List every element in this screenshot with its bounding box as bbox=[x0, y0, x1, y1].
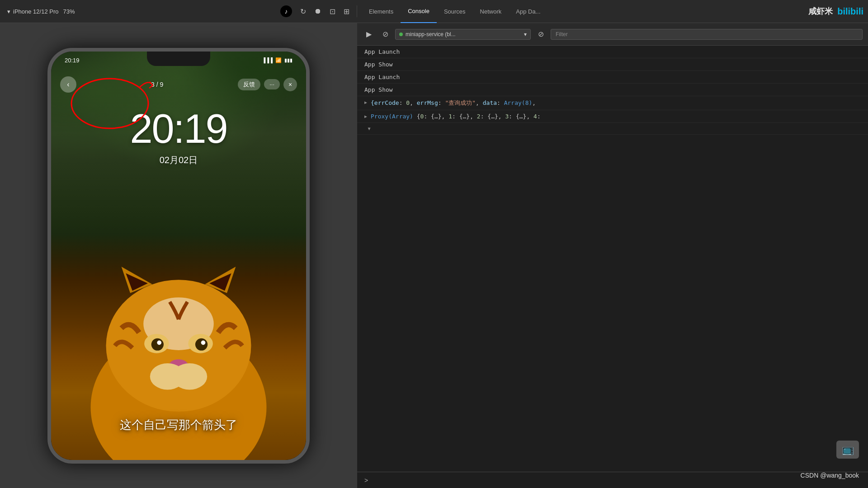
signal-icon: ▐▐▐ bbox=[262, 57, 273, 63]
context-label: miniapp-service (bl... bbox=[406, 31, 456, 38]
phone-frame: 20:19 ▐▐▐ 📶 ▮▮▮ ‹ 3 / 9 bbox=[47, 48, 310, 464]
status-time: 20:19 bbox=[65, 57, 80, 64]
console-line-3: App Launch bbox=[357, 71, 868, 84]
layout-icon[interactable]: ⊞ bbox=[344, 7, 349, 16]
phone-screen: 20:19 ▐▐▐ 📶 ▮▮▮ ‹ 3 / 9 bbox=[51, 52, 306, 460]
play-button[interactable]: ▶ bbox=[363, 28, 375, 41]
tab-elements[interactable]: Elements bbox=[362, 0, 401, 23]
svg-point-11 bbox=[172, 363, 207, 389]
tab-sources[interactable]: Sources bbox=[437, 0, 473, 23]
filter-input[interactable] bbox=[551, 29, 863, 40]
console-text-4: App Show bbox=[364, 86, 861, 93]
devtools-panel: ▶ ⊘ miniapp-service (bl... ▾ ⊘ App Launc… bbox=[357, 23, 868, 488]
console-line-2: App Show bbox=[357, 58, 868, 71]
phone-top-overlay: ‹ 3 / 9 反馈 ··· × bbox=[60, 76, 297, 93]
tab-console[interactable]: Console bbox=[401, 0, 437, 23]
device-name: iPhone 12/12 Pro bbox=[13, 8, 58, 15]
console-text-5: {errCode: 0, errMsg: "查询成功", data: Array… bbox=[371, 99, 861, 107]
pagination-indicator: 3 / 9 bbox=[151, 81, 163, 88]
more-button[interactable]: ··· bbox=[264, 79, 280, 89]
context-selector[interactable]: miniapp-service (bl... ▾ bbox=[395, 29, 531, 40]
watermark-text1: 咸虾米 bbox=[808, 6, 833, 17]
console-line-6[interactable]: ▶ Proxy(Array) {0: {…}, 1: {…}, 2: {…}, … bbox=[357, 110, 868, 123]
expand-arrow-6: ▶ bbox=[364, 114, 367, 119]
main-content: 20:19 ▐▐▐ 📶 ▮▮▮ ‹ 3 / 9 bbox=[0, 23, 868, 488]
stop-button[interactable]: ⊘ bbox=[379, 28, 392, 41]
svg-point-6 bbox=[195, 338, 208, 350]
refresh-icon[interactable]: ↻ bbox=[300, 7, 306, 16]
nav-back-button[interactable]: ‹ bbox=[60, 76, 76, 93]
expand-arrow-7: ▶ bbox=[367, 127, 372, 130]
tiktok-icon[interactable]: ♪ bbox=[280, 5, 292, 17]
top-bar: ▾ iPhone 12/12 Pro 73% ♪ ↻ ⏺ ⊡ ⊞ Element… bbox=[0, 0, 868, 23]
expand-arrow-5: ▶ bbox=[364, 100, 367, 105]
record-icon[interactable]: ⏺ bbox=[314, 7, 321, 15]
csdn-watermark: CSDN @wang_book bbox=[801, 472, 859, 479]
console-output: App Launch App Show App Launch App Show bbox=[357, 46, 868, 472]
phone-time-display: 20:19 02月02日 bbox=[130, 106, 227, 166]
screenshot-icon[interactable]: ⊡ bbox=[330, 7, 335, 16]
bilibili-tv-icon: 📺 bbox=[836, 441, 859, 459]
phone-notch bbox=[147, 52, 210, 66]
wifi-icon: 📶 bbox=[275, 57, 282, 63]
device-selector[interactable]: ▾ iPhone 12/12 Pro bbox=[7, 8, 58, 15]
phone-time-date: 02月02日 bbox=[130, 154, 227, 166]
battery-icon: ▮▮▮ bbox=[284, 57, 292, 63]
bilibili-logo: bilibili bbox=[837, 6, 863, 17]
feedback-button[interactable]: 反馈 bbox=[238, 79, 260, 90]
devtools-toolbar: ▶ ⊘ miniapp-service (bl... ▾ ⊘ bbox=[357, 23, 868, 46]
svg-point-8 bbox=[201, 340, 206, 345]
tab-appda[interactable]: App Da... bbox=[509, 0, 547, 23]
console-line-7[interactable]: ▶ bbox=[357, 123, 868, 135]
top-right-controls: 反馈 ··· × bbox=[238, 78, 297, 91]
close-button[interactable]: × bbox=[283, 78, 297, 91]
context-status-dot bbox=[399, 33, 403, 36]
console-text-1: App Launch bbox=[364, 48, 861, 55]
chevron-down-icon: ▾ bbox=[7, 8, 10, 15]
toolbar-icons: ♪ ↻ ⏺ ⊡ ⊞ bbox=[280, 5, 349, 17]
phone-time-large: 20:19 bbox=[130, 106, 227, 152]
context-chevron-icon: ▾ bbox=[524, 31, 527, 38]
devtools-tabs: Elements Console Sources Network App Da.… bbox=[357, 0, 868, 23]
console-line-1: App Launch bbox=[357, 46, 868, 58]
battery-percent: 73% bbox=[63, 8, 75, 15]
console-line-5[interactable]: ▶ {errCode: 0, errMsg: "查询成功", data: Arr… bbox=[357, 96, 868, 110]
tab-network[interactable]: Network bbox=[473, 0, 509, 23]
phone-panel: 20:19 ▐▐▐ 📶 ▮▮▮ ‹ 3 / 9 bbox=[0, 23, 357, 488]
watermark-area: 咸虾米 bilibili bbox=[808, 6, 868, 17]
svg-point-5 bbox=[151, 338, 164, 350]
input-prompt: > bbox=[364, 477, 368, 484]
device-toolbar: ▾ iPhone 12/12 Pro 73% ♪ ↻ ⏺ ⊡ ⊞ bbox=[0, 5, 357, 17]
console-text-3: App Launch bbox=[364, 74, 861, 80]
clear-console-icon[interactable]: ⊘ bbox=[534, 28, 547, 41]
console-input[interactable] bbox=[372, 477, 861, 483]
svg-point-7 bbox=[157, 340, 161, 345]
phone-subtitle: 这个自己写那个箭头了 bbox=[120, 417, 237, 433]
console-line-4: App Show bbox=[357, 84, 868, 96]
console-text-2: App Show bbox=[364, 61, 861, 68]
console-input-bar: > bbox=[357, 472, 868, 488]
console-text-6: Proxy(Array) {0: {…}, 1: {…}, 2: {…}, 3:… bbox=[371, 113, 861, 120]
